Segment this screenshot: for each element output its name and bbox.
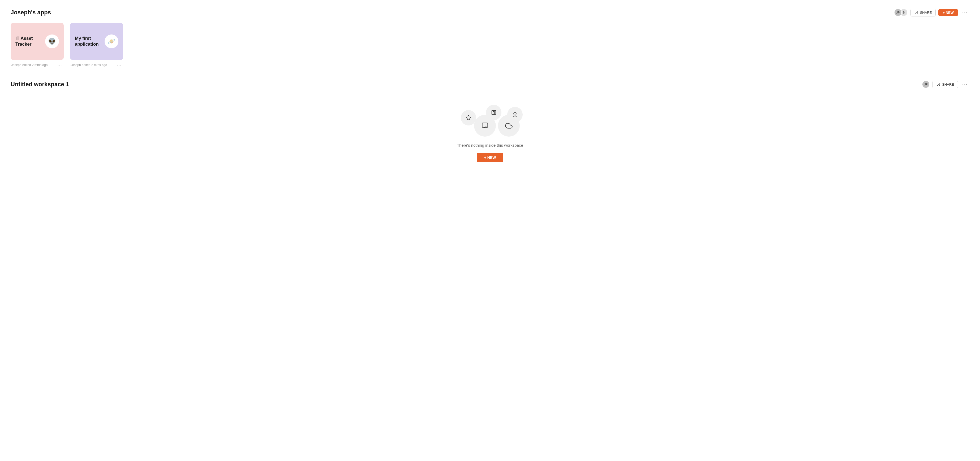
svg-rect-3: [493, 111, 494, 112]
svg-rect-2: [492, 111, 496, 115]
new-button[interactable]: + NEW: [938, 9, 958, 16]
empty-workspace: There's nothing inside this workspace + …: [11, 97, 969, 173]
svg-rect-1: [482, 123, 488, 127]
app-card-icon-my-first-application: 🪐: [105, 35, 118, 48]
workspace-new-button[interactable]: + NEW: [477, 153, 504, 162]
avatar-group: JP S: [894, 8, 908, 16]
empty-workspace-icon-cluster: [461, 102, 519, 136]
app-card-more-it-asset-tracker[interactable]: ···: [57, 62, 63, 68]
app-card-title-my-first-application: My first application: [75, 36, 102, 47]
app-card-my-first-application[interactable]: My first application 🪐: [70, 23, 123, 60]
more-options-button[interactable]: ···: [961, 9, 969, 16]
icon-bubble-building: [486, 105, 501, 120]
svg-rect-4: [494, 111, 495, 112]
workspace-title: Untitled workspace 1: [11, 81, 69, 88]
workspace-share-icon: ⎇: [937, 82, 940, 87]
app-card-wrapper-it-asset-tracker: IT Asset Tracker 👽 Joseph edited 2 mths …: [11, 23, 64, 68]
app-card-meta-it-asset-tracker: Joseph edited 2 mths ago: [11, 63, 48, 67]
workspace-avatar-jp: JP: [922, 80, 930, 88]
icon-bubble-award: [507, 107, 523, 122]
share-button[interactable]: ⎇ SHARE: [910, 9, 936, 16]
app-card-icon-it-asset-tracker: 👽: [45, 35, 59, 48]
apps-grid: IT Asset Tracker 👽 Joseph edited 2 mths …: [11, 23, 969, 68]
avatar-jp: JP: [894, 8, 902, 16]
svg-marker-0: [466, 116, 471, 120]
workspace-actions: JP ⎇ SHARE ···: [922, 80, 969, 88]
josephs-apps-header: Joseph's apps JP S ⎇ SHARE + NEW ···: [11, 8, 969, 16]
workspace-header: Untitled workspace 1 JP ⎇ SHARE ···: [11, 80, 969, 88]
empty-workspace-message: There's nothing inside this workspace: [457, 143, 523, 147]
josephs-apps-title: Joseph's apps: [11, 9, 51, 16]
svg-point-5: [514, 112, 516, 115]
share-icon: ⎇: [915, 11, 918, 14]
app-card-footer-it-asset-tracker: Joseph edited 2 mths ago ···: [11, 62, 64, 68]
app-card-title-it-asset-tracker: IT Asset Tracker: [15, 36, 43, 47]
icon-bubble-star: [461, 110, 476, 125]
app-card-meta-my-first-application: Joseph edited 2 mths ago: [71, 63, 107, 67]
app-card-more-my-first-application[interactable]: ···: [116, 62, 123, 68]
workspace-more-options-button[interactable]: ···: [961, 81, 969, 88]
workspace-share-button[interactable]: ⎇ SHARE: [932, 81, 958, 88]
app-card-it-asset-tracker[interactable]: IT Asset Tracker 👽: [11, 23, 64, 60]
header-actions: JP S ⎇ SHARE + NEW ···: [894, 8, 969, 16]
app-card-wrapper-my-first-application: My first application 🪐 Joseph edited 2 m…: [70, 23, 123, 68]
untitled-workspace-section: Untitled workspace 1 JP ⎇ SHARE ···: [11, 80, 969, 173]
josephs-apps-section: Joseph's apps JP S ⎇ SHARE + NEW ···: [11, 8, 969, 68]
app-card-footer-my-first-application: Joseph edited 2 mths ago ···: [70, 62, 123, 68]
